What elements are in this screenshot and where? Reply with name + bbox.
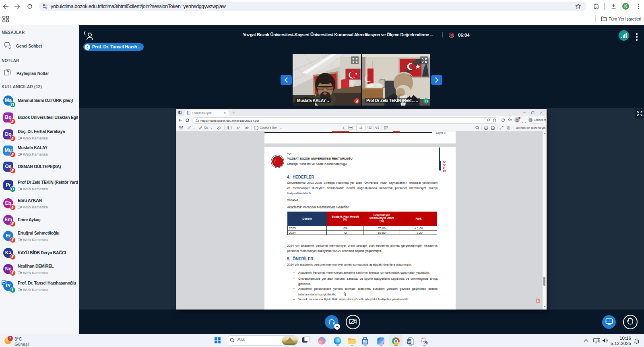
svg-text:W: W [407,340,411,344]
